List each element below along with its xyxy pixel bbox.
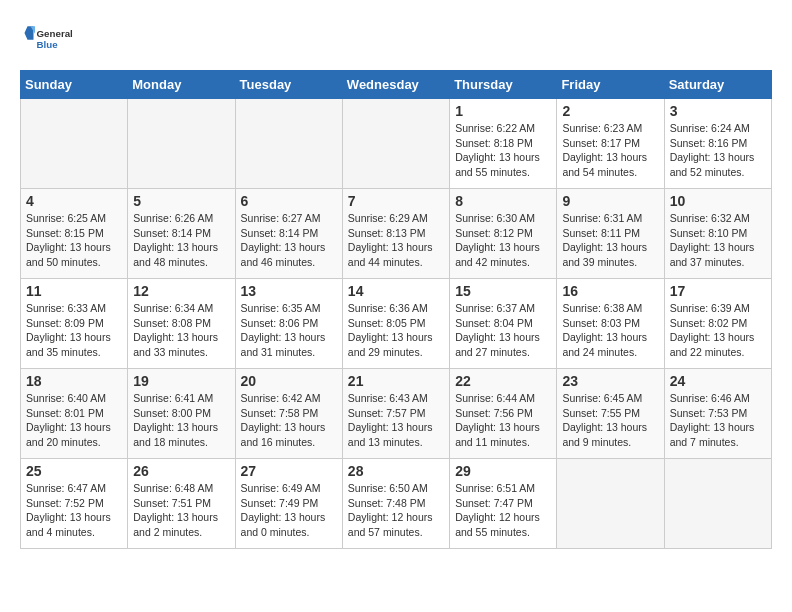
- day-number: 24: [670, 373, 766, 389]
- day-number: 4: [26, 193, 122, 209]
- day-number: 25: [26, 463, 122, 479]
- calendar-cell: 29Sunrise: 6:51 AM Sunset: 7:47 PM Dayli…: [450, 459, 557, 549]
- day-info: Sunrise: 6:23 AM Sunset: 8:17 PM Dayligh…: [562, 121, 658, 180]
- day-number: 29: [455, 463, 551, 479]
- day-info: Sunrise: 6:38 AM Sunset: 8:03 PM Dayligh…: [562, 301, 658, 360]
- logo-svg: General Blue: [20, 20, 80, 60]
- day-info: Sunrise: 6:48 AM Sunset: 7:51 PM Dayligh…: [133, 481, 229, 540]
- day-info: Sunrise: 6:45 AM Sunset: 7:55 PM Dayligh…: [562, 391, 658, 450]
- weekday-header-thursday: Thursday: [450, 71, 557, 99]
- calendar-cell: 13Sunrise: 6:35 AM Sunset: 8:06 PM Dayli…: [235, 279, 342, 369]
- calendar-cell: 5Sunrise: 6:26 AM Sunset: 8:14 PM Daylig…: [128, 189, 235, 279]
- day-number: 10: [670, 193, 766, 209]
- week-row-4: 18Sunrise: 6:40 AM Sunset: 8:01 PM Dayli…: [21, 369, 772, 459]
- day-info: Sunrise: 6:30 AM Sunset: 8:12 PM Dayligh…: [455, 211, 551, 270]
- calendar-cell: 26Sunrise: 6:48 AM Sunset: 7:51 PM Dayli…: [128, 459, 235, 549]
- calendar-cell: 27Sunrise: 6:49 AM Sunset: 7:49 PM Dayli…: [235, 459, 342, 549]
- day-number: 17: [670, 283, 766, 299]
- day-info: Sunrise: 6:31 AM Sunset: 8:11 PM Dayligh…: [562, 211, 658, 270]
- logo: General Blue: [20, 20, 80, 60]
- day-info: Sunrise: 6:29 AM Sunset: 8:13 PM Dayligh…: [348, 211, 444, 270]
- weekday-header-sunday: Sunday: [21, 71, 128, 99]
- day-number: 16: [562, 283, 658, 299]
- calendar-cell: 4Sunrise: 6:25 AM Sunset: 8:15 PM Daylig…: [21, 189, 128, 279]
- calendar-cell: [664, 459, 771, 549]
- day-info: Sunrise: 6:50 AM Sunset: 7:48 PM Dayligh…: [348, 481, 444, 540]
- day-info: Sunrise: 6:42 AM Sunset: 7:58 PM Dayligh…: [241, 391, 337, 450]
- day-number: 23: [562, 373, 658, 389]
- day-info: Sunrise: 6:32 AM Sunset: 8:10 PM Dayligh…: [670, 211, 766, 270]
- day-info: Sunrise: 6:36 AM Sunset: 8:05 PM Dayligh…: [348, 301, 444, 360]
- weekday-header-monday: Monday: [128, 71, 235, 99]
- weekday-header-saturday: Saturday: [664, 71, 771, 99]
- calendar-cell: 18Sunrise: 6:40 AM Sunset: 8:01 PM Dayli…: [21, 369, 128, 459]
- day-number: 13: [241, 283, 337, 299]
- day-number: 9: [562, 193, 658, 209]
- svg-text:Blue: Blue: [37, 39, 59, 50]
- calendar-cell: [342, 99, 449, 189]
- calendar-cell: 8Sunrise: 6:30 AM Sunset: 8:12 PM Daylig…: [450, 189, 557, 279]
- day-info: Sunrise: 6:44 AM Sunset: 7:56 PM Dayligh…: [455, 391, 551, 450]
- day-info: Sunrise: 6:22 AM Sunset: 8:18 PM Dayligh…: [455, 121, 551, 180]
- day-info: Sunrise: 6:41 AM Sunset: 8:00 PM Dayligh…: [133, 391, 229, 450]
- calendar-cell: 11Sunrise: 6:33 AM Sunset: 8:09 PM Dayli…: [21, 279, 128, 369]
- day-info: Sunrise: 6:49 AM Sunset: 7:49 PM Dayligh…: [241, 481, 337, 540]
- calendar-cell: 1Sunrise: 6:22 AM Sunset: 8:18 PM Daylig…: [450, 99, 557, 189]
- day-info: Sunrise: 6:37 AM Sunset: 8:04 PM Dayligh…: [455, 301, 551, 360]
- calendar-cell: 9Sunrise: 6:31 AM Sunset: 8:11 PM Daylig…: [557, 189, 664, 279]
- calendar-cell: 2Sunrise: 6:23 AM Sunset: 8:17 PM Daylig…: [557, 99, 664, 189]
- day-number: 12: [133, 283, 229, 299]
- calendar-cell: 16Sunrise: 6:38 AM Sunset: 8:03 PM Dayli…: [557, 279, 664, 369]
- day-number: 2: [562, 103, 658, 119]
- page-header: General Blue: [20, 20, 772, 60]
- calendar-cell: 7Sunrise: 6:29 AM Sunset: 8:13 PM Daylig…: [342, 189, 449, 279]
- weekday-header-tuesday: Tuesday: [235, 71, 342, 99]
- day-info: Sunrise: 6:34 AM Sunset: 8:08 PM Dayligh…: [133, 301, 229, 360]
- calendar-cell: 21Sunrise: 6:43 AM Sunset: 7:57 PM Dayli…: [342, 369, 449, 459]
- calendar-cell: [235, 99, 342, 189]
- day-number: 26: [133, 463, 229, 479]
- weekday-header-friday: Friday: [557, 71, 664, 99]
- calendar-cell: 24Sunrise: 6:46 AM Sunset: 7:53 PM Dayli…: [664, 369, 771, 459]
- day-number: 15: [455, 283, 551, 299]
- week-row-2: 4Sunrise: 6:25 AM Sunset: 8:15 PM Daylig…: [21, 189, 772, 279]
- day-number: 27: [241, 463, 337, 479]
- calendar-cell: 6Sunrise: 6:27 AM Sunset: 8:14 PM Daylig…: [235, 189, 342, 279]
- day-info: Sunrise: 6:33 AM Sunset: 8:09 PM Dayligh…: [26, 301, 122, 360]
- day-number: 7: [348, 193, 444, 209]
- day-number: 8: [455, 193, 551, 209]
- calendar-cell: 15Sunrise: 6:37 AM Sunset: 8:04 PM Dayli…: [450, 279, 557, 369]
- week-row-1: 1Sunrise: 6:22 AM Sunset: 8:18 PM Daylig…: [21, 99, 772, 189]
- calendar-cell: 19Sunrise: 6:41 AM Sunset: 8:00 PM Dayli…: [128, 369, 235, 459]
- day-number: 22: [455, 373, 551, 389]
- calendar-cell: 12Sunrise: 6:34 AM Sunset: 8:08 PM Dayli…: [128, 279, 235, 369]
- day-info: Sunrise: 6:43 AM Sunset: 7:57 PM Dayligh…: [348, 391, 444, 450]
- day-number: 14: [348, 283, 444, 299]
- day-info: Sunrise: 6:35 AM Sunset: 8:06 PM Dayligh…: [241, 301, 337, 360]
- day-info: Sunrise: 6:25 AM Sunset: 8:15 PM Dayligh…: [26, 211, 122, 270]
- calendar-cell: 3Sunrise: 6:24 AM Sunset: 8:16 PM Daylig…: [664, 99, 771, 189]
- calendar-cell: 14Sunrise: 6:36 AM Sunset: 8:05 PM Dayli…: [342, 279, 449, 369]
- day-info: Sunrise: 6:24 AM Sunset: 8:16 PM Dayligh…: [670, 121, 766, 180]
- day-info: Sunrise: 6:27 AM Sunset: 8:14 PM Dayligh…: [241, 211, 337, 270]
- day-number: 19: [133, 373, 229, 389]
- day-number: 11: [26, 283, 122, 299]
- week-row-3: 11Sunrise: 6:33 AM Sunset: 8:09 PM Dayli…: [21, 279, 772, 369]
- day-number: 3: [670, 103, 766, 119]
- day-number: 18: [26, 373, 122, 389]
- day-number: 1: [455, 103, 551, 119]
- calendar-cell: 17Sunrise: 6:39 AM Sunset: 8:02 PM Dayli…: [664, 279, 771, 369]
- calendar-cell: 10Sunrise: 6:32 AM Sunset: 8:10 PM Dayli…: [664, 189, 771, 279]
- week-row-5: 25Sunrise: 6:47 AM Sunset: 7:52 PM Dayli…: [21, 459, 772, 549]
- day-info: Sunrise: 6:46 AM Sunset: 7:53 PM Dayligh…: [670, 391, 766, 450]
- day-number: 6: [241, 193, 337, 209]
- calendar-cell: [128, 99, 235, 189]
- day-info: Sunrise: 6:47 AM Sunset: 7:52 PM Dayligh…: [26, 481, 122, 540]
- day-info: Sunrise: 6:39 AM Sunset: 8:02 PM Dayligh…: [670, 301, 766, 360]
- day-info: Sunrise: 6:51 AM Sunset: 7:47 PM Dayligh…: [455, 481, 551, 540]
- day-info: Sunrise: 6:26 AM Sunset: 8:14 PM Dayligh…: [133, 211, 229, 270]
- svg-text:General: General: [37, 28, 74, 39]
- calendar-table: SundayMondayTuesdayWednesdayThursdayFrid…: [20, 70, 772, 549]
- calendar-cell: 25Sunrise: 6:47 AM Sunset: 7:52 PM Dayli…: [21, 459, 128, 549]
- day-number: 20: [241, 373, 337, 389]
